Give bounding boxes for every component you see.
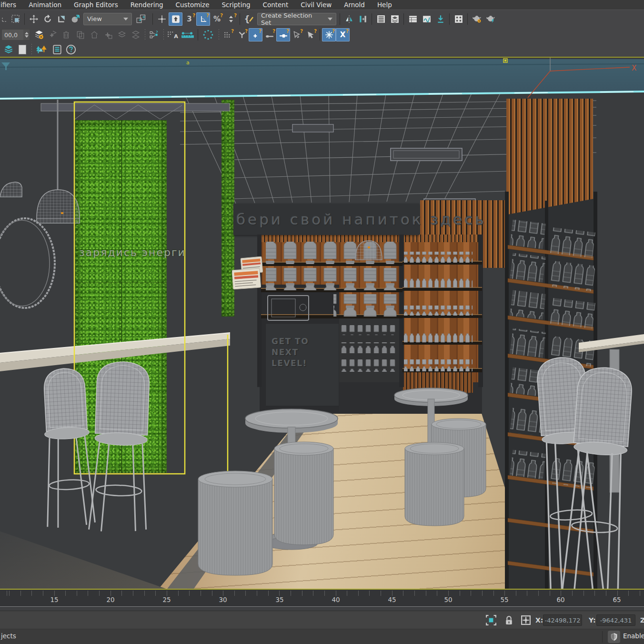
cursor-snap-outline-icon[interactable]: ? — [290, 28, 304, 41]
bone-snap-icon[interactable]: ? — [235, 28, 249, 41]
angle-snap-icon[interactable]: ? — [196, 12, 210, 26]
layer-manager-icon[interactable] — [32, 28, 46, 41]
lock-icon[interactable] — [505, 611, 513, 629]
tick-label: 25 — [160, 596, 174, 603]
ceiling-beam-frame — [41, 103, 230, 121]
cursor-snap-filled-icon[interactable]: ? — [304, 28, 318, 41]
ruler-ticks — [0, 591, 644, 596]
reference-coordinate-value: View — [87, 15, 119, 22]
spinner-snap-icon[interactable]: ? — [224, 12, 238, 26]
menu-item-arnold[interactable]: Arnold — [338, 1, 371, 9]
track-bar[interactable] — [0, 607, 644, 611]
viewport-perspective[interactable]: a X Y бери свой напиток здесь — [0, 57, 644, 590]
array-tool-icon[interactable] — [147, 28, 161, 41]
edge-snap-icon[interactable]: ? — [262, 28, 276, 41]
reference-coordinate-dropdown[interactable]: View — [83, 13, 132, 25]
menu-item-graph-editors[interactable]: Graph Editors — [68, 1, 124, 9]
edit-named-selections-icon[interactable]: { — [242, 12, 256, 26]
grid-snap-icon[interactable]: ? — [221, 28, 235, 41]
schematic-view-icon[interactable] — [433, 12, 447, 26]
y-coordinate-label: Y: — [589, 611, 596, 629]
mirror-icon[interactable] — [342, 12, 356, 26]
x-constraint-icon[interactable]: X ? — [336, 28, 350, 41]
spinner-arrows[interactable] — [23, 30, 30, 40]
x-coordinate-field[interactable]: -42498,172 — [543, 615, 582, 625]
cylinder-stool[interactable] — [274, 442, 333, 545]
layer-home-icon[interactable] — [87, 28, 101, 41]
teal-layers-icon[interactable] — [1, 43, 15, 56]
wall-mirror-ring[interactable] — [0, 218, 55, 308]
blank-document-icon[interactable] — [15, 43, 29, 56]
tick-label: 50 — [441, 596, 455, 603]
y-coordinate-field[interactable]: -9642,431 — [596, 615, 635, 625]
menu-item-animation[interactable]: Animation — [22, 1, 68, 9]
track-bar-ruler[interactable]: 15 20 25 30 35 40 45 50 55 60 65 — [0, 590, 644, 607]
menu-item-rendering[interactable]: Rendering — [124, 1, 170, 9]
product-box[interactable] — [232, 256, 263, 289]
align-grid-icon[interactable]: A — [166, 28, 180, 41]
material-editor-icon[interactable] — [452, 12, 465, 26]
cylinder-stool[interactable] — [405, 442, 464, 526]
snap-toggle-3d-icon[interactable]: 3 ? — [182, 12, 196, 26]
freeze-snap-icon[interactable]: ? — [322, 28, 336, 41]
select-layer-icon[interactable] — [115, 28, 129, 41]
pendant-lamp-partial[interactable] — [0, 182, 22, 197]
ribbon-toggle-icon[interactable] — [406, 12, 420, 26]
absolute-mode-icon[interactable] — [521, 611, 531, 629]
delete-layer-icon[interactable] — [60, 28, 73, 41]
slider-snap-icon[interactable]: ? — [276, 28, 290, 41]
select-move-icon[interactable] — [27, 12, 40, 26]
cylinder-stool[interactable] — [198, 471, 272, 575]
curve-editor-icon[interactable] — [420, 12, 433, 26]
render-setup-icon[interactable] — [470, 12, 483, 26]
scene-objects-layer — [0, 58, 644, 590]
select-manipulate-icon[interactable] — [155, 12, 169, 26]
tick-label: 45 — [385, 596, 399, 603]
menu-item-scripting[interactable]: Scripting — [215, 1, 256, 9]
tick-label: 40 — [329, 596, 343, 603]
bar-chair[interactable] — [40, 367, 95, 528]
tick-label: 60 — [553, 596, 568, 603]
create-layer-icon[interactable] — [46, 28, 60, 41]
menu-item-customize[interactable]: Customize — [170, 1, 216, 9]
pendant-lamp[interactable] — [37, 100, 80, 223]
jar-rows-center[interactable] — [266, 242, 473, 372]
menu-item-content[interactable]: Content — [257, 1, 295, 9]
percent-snap-icon[interactable]: % ? — [210, 12, 224, 26]
prompt-bar: jects Enabled — [0, 629, 644, 644]
menu-item-help[interactable]: Help — [371, 1, 398, 9]
notes-document-icon[interactable] — [50, 43, 64, 56]
safe-scene-shield-icon[interactable] — [608, 631, 620, 643]
align-icon[interactable] — [356, 12, 370, 26]
layer-spinner-field[interactable]: 00,0 — [1, 29, 30, 41]
named-selection-set-dropdown[interactable]: Create Selection Set — [257, 13, 336, 25]
bar-chair[interactable] — [89, 361, 151, 533]
chevron-down-icon — [123, 18, 128, 20]
menu-item-modifiers[interactable]: ifiers — [0, 1, 22, 9]
selection-lock-region-icon[interactable] — [486, 611, 496, 629]
forest-plugin-icon[interactable] — [34, 43, 50, 56]
add-to-layer-icon[interactable] — [101, 28, 115, 41]
use-pivot-center-icon[interactable] — [133, 12, 151, 26]
scene-explorer-icon[interactable] — [374, 12, 388, 26]
pivot-point-icon[interactable] — [68, 12, 82, 26]
keyboard-shortcut-override-icon[interactable] — [169, 12, 182, 26]
main-toolbar: View 3 ? ? % ? ? { Create Selection Set — [0, 10, 644, 28]
menu-bar: ifiers Animation Graph Editors Rendering… — [0, 0, 644, 10]
select-rotate-icon[interactable] — [40, 12, 54, 26]
help-circle-icon[interactable] — [64, 43, 78, 56]
layer-explorer-icon[interactable] — [388, 12, 402, 26]
measure-distance-icon[interactable] — [180, 28, 196, 41]
menu-item-civil-view[interactable]: Civil View — [294, 1, 338, 9]
select-region-icon[interactable] — [9, 12, 22, 26]
select-object-icon[interactable] — [1, 12, 9, 26]
select-scale-icon[interactable] — [54, 12, 68, 26]
merge-layer-icon[interactable] — [129, 28, 142, 41]
point-snap-icon[interactable]: ? — [249, 28, 262, 41]
status-bar: X: -42498,172 Y: -9642,431 Z — [0, 611, 644, 629]
3dsmax-window: ifiers Animation Graph Editors Rendering… — [0, 0, 644, 644]
rendered-frame-icon[interactable] — [483, 12, 497, 26]
circular-selection-icon[interactable] — [200, 28, 216, 41]
chevron-down-icon — [328, 18, 332, 20]
copy-layer-icon[interactable] — [73, 28, 87, 41]
